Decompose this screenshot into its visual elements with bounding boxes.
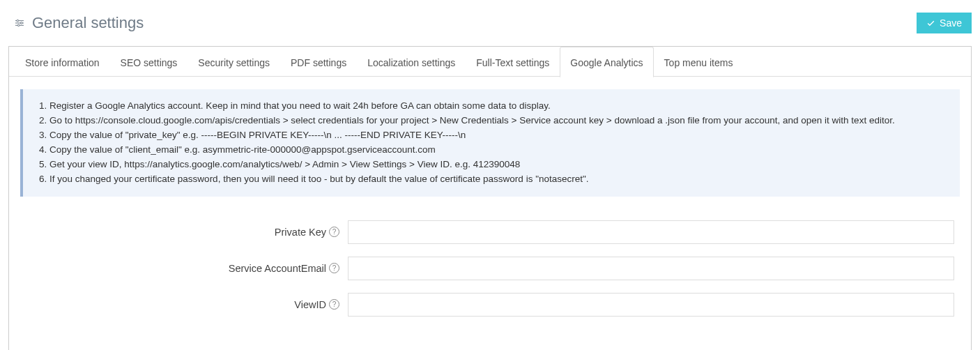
instruction-item: Go to https://console.cloud.google.com/a… — [49, 114, 947, 128]
form-row-private-key: Private Key ? — [20, 220, 960, 244]
tab-security-settings[interactable]: Security settings — [187, 47, 280, 77]
tabs-bar: Store information SEO settings Security … — [9, 46, 971, 77]
tab-seo-settings[interactable]: SEO settings — [110, 47, 188, 77]
instruction-item: If you changed your certificate password… — [49, 172, 947, 187]
view-id-input[interactable] — [348, 293, 954, 317]
tab-content: Register a Google Analytics account. Kee… — [9, 77, 971, 350]
tab-top-menu-items[interactable]: Top menu items — [654, 47, 744, 77]
title-group: General settings — [14, 14, 144, 32]
instructions-list: Register a Google Analytics account. Kee… — [36, 99, 947, 187]
settings-panel: Store information SEO settings Security … — [8, 46, 972, 350]
svg-point-5 — [17, 24, 20, 26]
page-header: General settings Save — [8, 7, 972, 46]
svg-point-3 — [17, 20, 19, 22]
label-text: ViewID — [294, 299, 326, 310]
tab-localization-settings[interactable]: Localization settings — [357, 47, 466, 77]
save-button-label: Save — [940, 17, 962, 29]
check-icon — [926, 19, 935, 28]
tab-full-text-settings[interactable]: Full-Text settings — [466, 47, 560, 77]
instruction-item: Get your view ID, https://analytics.goog… — [49, 158, 947, 172]
private-key-input[interactable] — [348, 220, 954, 244]
form-row-service-email: Service AccountEmail ? — [20, 257, 960, 280]
input-wrap — [348, 220, 954, 244]
instruction-item: Register a Google Analytics account. Kee… — [49, 99, 947, 114]
form-area: Private Key ? Service AccountEmail ? — [20, 220, 960, 317]
service-email-input[interactable] — [348, 257, 954, 280]
save-button[interactable]: Save — [917, 13, 972, 33]
svg-point-4 — [20, 22, 22, 24]
form-row-view-id: ViewID ? — [20, 293, 960, 317]
help-icon[interactable]: ? — [329, 227, 339, 237]
page-title: General settings — [32, 14, 144, 32]
private-key-label: Private Key ? — [20, 227, 348, 238]
instructions-box: Register a Google Analytics account. Kee… — [20, 89, 960, 197]
view-id-label: ViewID ? — [20, 299, 348, 310]
service-email-label: Service AccountEmail ? — [20, 263, 348, 274]
tab-pdf-settings[interactable]: PDF settings — [280, 47, 357, 77]
input-wrap — [348, 257, 954, 280]
tab-store-information[interactable]: Store information — [15, 47, 110, 77]
help-icon[interactable]: ? — [329, 299, 339, 310]
label-text: Private Key — [275, 227, 326, 238]
sliders-icon — [14, 17, 25, 29]
label-text: Service AccountEmail — [229, 263, 326, 274]
instruction-item: Copy the value of "private_key" e.g. ---… — [49, 128, 947, 143]
instruction-item: Copy the value of "client_email" e.g. as… — [49, 143, 947, 158]
tab-google-analytics[interactable]: Google Analytics — [560, 47, 653, 77]
input-wrap — [348, 293, 954, 317]
help-icon[interactable]: ? — [329, 263, 339, 273]
